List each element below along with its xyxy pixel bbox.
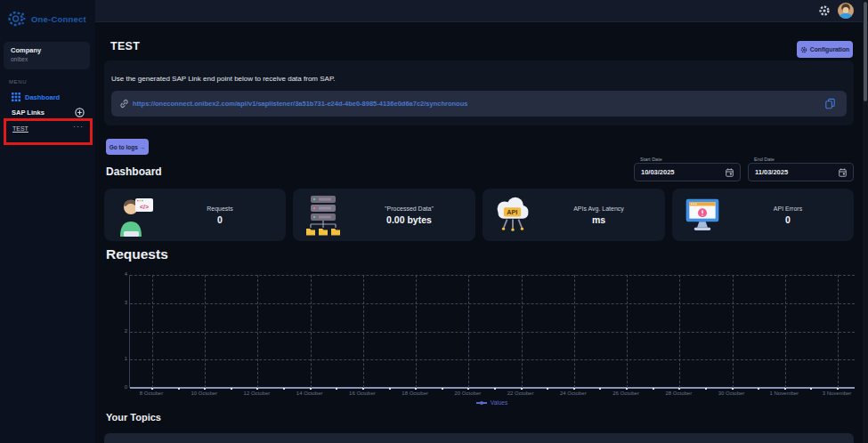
arrow-right-icon: → — [140, 144, 146, 150]
person-code-icon: </> — [115, 194, 154, 237]
sidebar-item-sap-links[interactable]: SAP Links — [12, 109, 45, 117]
stat-label: API Errors — [722, 205, 854, 212]
logo-text: One-Connect — [31, 14, 86, 24]
v-gridline — [627, 275, 628, 388]
requests-chart: 01234 — [129, 275, 855, 388]
x-axis-tick-label: 26 October — [598, 391, 653, 396]
end-date-input[interactable]: 11/03/2025 — [748, 163, 854, 181]
more-options-icon[interactable]: ··· — [73, 122, 84, 131]
stat-card-api-errors: API Errors 0 — [672, 189, 854, 241]
axis-tick-dot — [653, 388, 654, 390]
sidebar-item-label: SAP Links — [12, 109, 45, 117]
v-gridline — [679, 275, 680, 388]
v-gridline — [311, 275, 312, 388]
stat-value: 0.00 bytes — [343, 214, 475, 225]
x-axis-tick-label: 12 October — [229, 391, 284, 396]
user-avatar[interactable] — [838, 3, 854, 19]
axis-tick-dot — [362, 388, 364, 390]
scrollbar-thumb[interactable] — [864, 2, 867, 101]
requests-section-title: Requests — [106, 246, 168, 262]
cloud-api-icon: API — [493, 194, 532, 237]
x-axis-tick-label: 8 October — [124, 391, 179, 396]
sidebar-item-test[interactable]: TEST — [12, 125, 28, 132]
go-to-logs-button[interactable]: Go to logs → — [106, 139, 149, 155]
h-gridline — [130, 359, 855, 360]
v-gridline — [152, 275, 153, 388]
topbar — [95, 0, 863, 22]
axis-tick-dot — [442, 388, 443, 390]
chart-legend[interactable]: Values — [129, 399, 855, 406]
sidebar-item-dashboard[interactable]: Dashboard — [12, 93, 60, 101]
v-gridline — [733, 275, 734, 388]
user-avatar-icon — [838, 3, 854, 19]
x-axis-line — [130, 387, 855, 389]
axis-tick-dot — [389, 388, 391, 390]
topics-card — [104, 433, 854, 443]
stat-value: 0 — [722, 214, 854, 225]
v-gridline — [416, 275, 417, 388]
sidebar-item-label: TEST — [12, 125, 28, 132]
axis-tick-dot — [178, 388, 180, 390]
v-gridline — [785, 275, 786, 388]
stat-label: APIs Avg. Latency — [532, 205, 665, 212]
axis-tick-dot — [705, 388, 707, 390]
stat-card-processed-data: "Processed Data" 0.00 bytes — [293, 189, 475, 241]
axis-tick-dot — [784, 388, 786, 390]
link-icon — [119, 99, 129, 109]
gear-icon — [800, 46, 807, 53]
configuration-button-label: Configuration — [810, 46, 850, 52]
v-gridline — [522, 275, 523, 388]
settings-gear-icon[interactable] — [818, 4, 831, 17]
x-axis-tick-label: 24 October — [546, 391, 601, 396]
axis-tick-dot — [732, 388, 734, 390]
x-axis-labels: 8 October10 October12 October14 October1… — [129, 391, 855, 399]
axis-tick-dot — [256, 388, 258, 390]
end-date-label: End Date — [754, 157, 775, 162]
scrollbar[interactable] — [863, 0, 868, 443]
configuration-button[interactable]: Configuration — [797, 41, 853, 58]
gear-circuit-icon — [6, 8, 28, 29]
calendar-icon[interactable] — [726, 168, 734, 177]
stat-text: "Processed Data" 0.00 bytes — [343, 205, 475, 225]
stat-value: ms — [532, 214, 665, 225]
endpoint-url-link[interactable]: https://oneconnect.onibex2.com/api/v1/sa… — [133, 100, 467, 108]
h-gridline — [130, 332, 855, 333]
axis-tick-dot — [758, 388, 759, 390]
company-card: Company onibex — [4, 42, 90, 69]
axis-tick-dot — [151, 388, 153, 390]
x-axis-tick-label: 18 October — [387, 391, 442, 396]
copy-icon[interactable] — [824, 98, 836, 109]
axis-tick-dot — [283, 388, 285, 390]
axis-tick-dot — [626, 388, 628, 390]
app-logo: One-Connect — [6, 8, 86, 29]
company-name: onibex — [11, 56, 83, 62]
app-window: One-Connect Company onibex MENU Dashboar… — [0, 0, 868, 443]
legend-label: Values — [491, 399, 507, 406]
v-gridline — [468, 275, 469, 388]
y-axis-tick-label: 3 — [114, 300, 127, 305]
monitor-error-icon — [683, 194, 722, 237]
x-axis-tick-label: 1 November — [757, 391, 812, 396]
v-gridline — [574, 275, 575, 388]
sap-link-description: Use the generated SAP Link end point bel… — [111, 75, 335, 83]
axis-tick-dot — [494, 388, 496, 390]
axis-tick-dot — [310, 388, 312, 390]
y-axis-tick-label: 1 — [114, 356, 127, 361]
start-date-input[interactable]: 10/03/2025 — [634, 163, 741, 181]
axis-tick-dot — [599, 388, 601, 390]
end-date-value: 11/03/2025 — [755, 168, 788, 176]
topics-section-title: Your Topics — [106, 412, 161, 423]
axis-tick-dot — [521, 388, 523, 390]
y-axis-tick-label: 0 — [114, 384, 127, 390]
add-sap-link-icon[interactable] — [75, 108, 85, 117]
x-axis-tick-label: 20 October — [440, 391, 495, 396]
calendar-icon[interactable] — [839, 168, 847, 177]
h-gridline — [130, 303, 855, 304]
stat-value: 0 — [154, 214, 286, 225]
axis-tick-dot — [810, 388, 812, 390]
stat-text: APIs Avg. Latency ms — [532, 205, 665, 225]
axis-tick-dot — [204, 388, 206, 390]
axis-tick-dot — [231, 388, 232, 390]
axis-tick-dot — [467, 388, 469, 390]
x-axis-tick-label: 30 October — [704, 391, 759, 396]
